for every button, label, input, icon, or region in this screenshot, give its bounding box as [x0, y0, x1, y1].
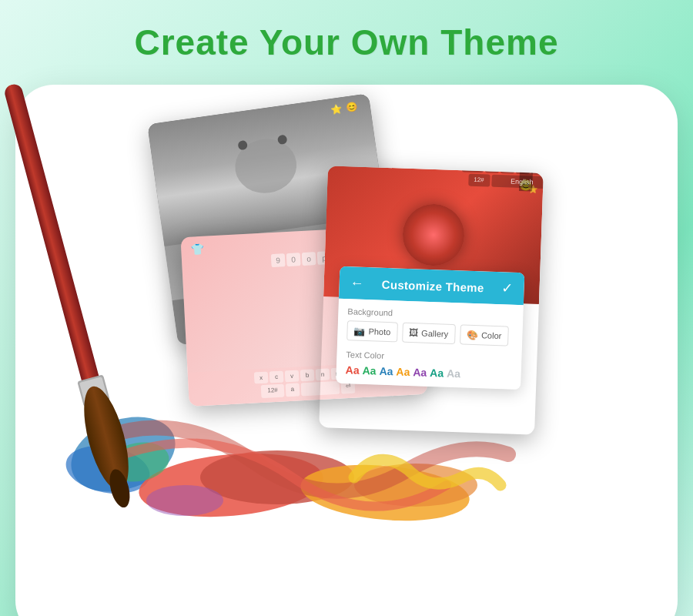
svg-rect-0	[3, 82, 101, 389]
gallery-icon: 🖼	[409, 327, 418, 338]
customize-theme-panel: ← Customize Theme ✓ Background 📷 Photo 🖼…	[336, 266, 524, 390]
text-color-purple[interactable]: Aa	[413, 366, 427, 379]
text-color-blue[interactable]: Aa	[379, 365, 393, 378]
color-label: Color	[481, 330, 502, 340]
background-label: Background	[347, 306, 514, 322]
text-color-teal[interactable]: Aa	[430, 367, 444, 380]
color-icon: 🎨	[467, 330, 478, 341]
text-color-label: Text Color	[346, 350, 512, 365]
gallery-label: Gallery	[421, 329, 448, 339]
flower-keyboard-card: 😊 ⭐ jkl⌫ xcvbnm✕ ⇧xcvbnm✕ 12#English🎤 ⌨ …	[319, 166, 544, 435]
photo-icon: 📷	[353, 326, 365, 337]
text-color-options: Aa Aa Aa Aa Aa Aa Aa	[346, 363, 512, 382]
photo-label: Photo	[368, 326, 390, 336]
text-color-orange[interactable]: Aa	[396, 365, 410, 378]
text-color-gray[interactable]: Aa	[447, 367, 460, 380]
gallery-button[interactable]: 🖼 Gallery	[402, 323, 456, 344]
page-title: Create Your Own Theme	[0, 22, 693, 63]
panel-title: Customize Theme	[381, 277, 484, 294]
keyboards-showcase: ⭐ 😊 qwertyuiop asdfghjkl ⇧zxcvbnm⌫ 👕 😊 9…	[139, 92, 678, 539]
back-button[interactable]: ←	[350, 275, 364, 292]
panel-body: Background 📷 Photo 🖼 Gallery 🎨 Color Tex…	[336, 299, 524, 390]
text-color-red[interactable]: Aa	[346, 363, 360, 377]
photo-button[interactable]: 📷 Photo	[346, 320, 398, 342]
color-button[interactable]: 🎨 Color	[460, 324, 509, 346]
text-color-green[interactable]: Aa	[362, 364, 376, 377]
confirm-button[interactable]: ✓	[501, 280, 514, 297]
background-options: 📷 Photo 🖼 Gallery 🎨 Color	[346, 320, 514, 346]
